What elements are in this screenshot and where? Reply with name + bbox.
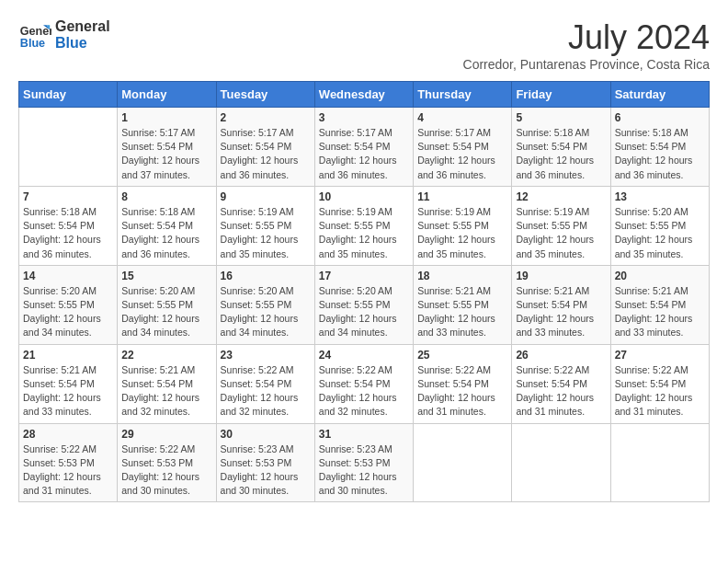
day-header-thursday: Thursday [414, 82, 512, 108]
logo-line1: General [55, 18, 110, 35]
svg-text:Blue: Blue [20, 37, 45, 50]
day-number: 26 [516, 349, 606, 362]
day-info: Sunrise: 5:21 AMSunset: 5:55 PMDaylight:… [417, 284, 507, 340]
calendar-header-row: SundayMondayTuesdayWednesdayThursdayFrid… [19, 82, 710, 108]
calendar-cell: 19Sunrise: 5:21 AMSunset: 5:54 PMDayligh… [512, 265, 610, 344]
calendar-cell: 23Sunrise: 5:22 AMSunset: 5:54 PMDayligh… [216, 344, 314, 423]
day-info: Sunrise: 5:17 AMSunset: 5:54 PMDaylight:… [319, 126, 409, 182]
calendar-cell: 9Sunrise: 5:19 AMSunset: 5:55 PMDaylight… [216, 186, 314, 265]
calendar-cell [414, 423, 512, 502]
calendar-cell: 8Sunrise: 5:18 AMSunset: 5:54 PMDaylight… [118, 186, 216, 265]
day-info: Sunrise: 5:22 AMSunset: 5:54 PMDaylight:… [516, 363, 606, 419]
calendar-cell: 3Sunrise: 5:17 AMSunset: 5:54 PMDaylight… [314, 108, 413, 187]
logo-icon: General Blue [18, 18, 51, 52]
day-number: 25 [417, 349, 507, 362]
calendar-week-3: 14Sunrise: 5:20 AMSunset: 5:55 PMDayligh… [19, 265, 710, 344]
day-number: 11 [417, 190, 507, 203]
day-number: 20 [615, 270, 705, 282]
day-info: Sunrise: 5:21 AMSunset: 5:54 PMDaylight:… [615, 284, 705, 340]
day-header-saturday: Saturday [610, 82, 709, 108]
day-info: Sunrise: 5:17 AMSunset: 5:54 PMDaylight:… [221, 126, 311, 182]
day-number: 5 [516, 111, 606, 124]
day-number: 19 [516, 270, 606, 282]
day-info: Sunrise: 5:19 AMSunset: 5:55 PMDaylight:… [221, 205, 311, 261]
calendar-cell: 29Sunrise: 5:22 AMSunset: 5:53 PMDayligh… [118, 423, 216, 502]
day-number: 4 [417, 111, 507, 124]
calendar-cell: 21Sunrise: 5:21 AMSunset: 5:54 PMDayligh… [19, 344, 118, 423]
day-number: 6 [615, 111, 705, 124]
calendar-cell [610, 423, 709, 502]
day-info: Sunrise: 5:20 AMSunset: 5:55 PMDaylight:… [319, 284, 409, 340]
day-info: Sunrise: 5:22 AMSunset: 5:53 PMDaylight:… [121, 442, 211, 499]
day-header-tuesday: Tuesday [216, 82, 314, 108]
day-info: Sunrise: 5:18 AMSunset: 5:54 PMDaylight:… [23, 205, 113, 261]
day-info: Sunrise: 5:19 AMSunset: 5:55 PMDaylight:… [319, 205, 409, 261]
calendar-cell: 6Sunrise: 5:18 AMSunset: 5:54 PMDaylight… [610, 108, 709, 187]
month-title: July 2024 [463, 18, 710, 57]
day-header-wednesday: Wednesday [314, 82, 413, 108]
day-info: Sunrise: 5:22 AMSunset: 5:54 PMDaylight:… [221, 363, 311, 419]
day-number: 27 [615, 349, 705, 362]
calendar-cell [512, 423, 610, 502]
calendar-cell: 20Sunrise: 5:21 AMSunset: 5:54 PMDayligh… [610, 265, 709, 344]
day-info: Sunrise: 5:17 AMSunset: 5:54 PMDaylight:… [417, 126, 507, 182]
calendar-body: 1Sunrise: 5:17 AMSunset: 5:54 PMDaylight… [19, 108, 710, 502]
day-number: 29 [121, 428, 211, 441]
title-section: July 2024 Corredor, Puntarenas Province,… [463, 18, 710, 72]
day-number: 8 [121, 190, 211, 203]
day-number: 30 [221, 428, 311, 441]
day-info: Sunrise: 5:23 AMSunset: 5:53 PMDaylight:… [221, 442, 311, 499]
day-info: Sunrise: 5:20 AMSunset: 5:55 PMDaylight:… [615, 205, 705, 261]
day-info: Sunrise: 5:18 AMSunset: 5:54 PMDaylight:… [516, 126, 606, 182]
day-number: 1 [121, 111, 211, 124]
day-number: 13 [615, 190, 705, 203]
calendar-cell: 28Sunrise: 5:22 AMSunset: 5:53 PMDayligh… [19, 423, 118, 502]
calendar-cell: 13Sunrise: 5:20 AMSunset: 5:55 PMDayligh… [610, 186, 709, 265]
day-number: 24 [319, 349, 409, 362]
calendar-cell: 4Sunrise: 5:17 AMSunset: 5:54 PMDaylight… [414, 108, 512, 187]
calendar-table: SundayMondayTuesdayWednesdayThursdayFrid… [18, 81, 710, 502]
day-info: Sunrise: 5:23 AMSunset: 5:53 PMDaylight:… [319, 442, 409, 499]
calendar-cell: 12Sunrise: 5:19 AMSunset: 5:55 PMDayligh… [512, 186, 610, 265]
calendar-cell: 24Sunrise: 5:22 AMSunset: 5:54 PMDayligh… [314, 344, 413, 423]
day-number: 14 [23, 270, 113, 282]
logo-line2: Blue [55, 35, 110, 52]
day-number: 23 [221, 349, 311, 362]
calendar-cell: 31Sunrise: 5:23 AMSunset: 5:53 PMDayligh… [314, 423, 413, 502]
day-number: 17 [319, 270, 409, 282]
calendar-cell: 16Sunrise: 5:20 AMSunset: 5:55 PMDayligh… [216, 265, 314, 344]
calendar-cell: 30Sunrise: 5:23 AMSunset: 5:53 PMDayligh… [216, 423, 314, 502]
day-info: Sunrise: 5:19 AMSunset: 5:55 PMDaylight:… [417, 205, 507, 261]
day-info: Sunrise: 5:20 AMSunset: 5:55 PMDaylight:… [221, 284, 311, 340]
calendar-cell: 10Sunrise: 5:19 AMSunset: 5:55 PMDayligh… [314, 186, 413, 265]
calendar-cell: 2Sunrise: 5:17 AMSunset: 5:54 PMDaylight… [216, 108, 314, 187]
day-number: 31 [319, 428, 409, 441]
day-number: 21 [23, 349, 113, 362]
calendar-cell [19, 108, 118, 187]
day-info: Sunrise: 5:22 AMSunset: 5:53 PMDaylight:… [23, 442, 113, 499]
day-number: 9 [221, 190, 311, 203]
day-number: 2 [221, 111, 311, 124]
day-number: 10 [319, 190, 409, 203]
day-number: 18 [417, 270, 507, 282]
day-info: Sunrise: 5:21 AMSunset: 5:54 PMDaylight:… [516, 284, 606, 340]
calendar-week-5: 28Sunrise: 5:22 AMSunset: 5:53 PMDayligh… [19, 423, 710, 502]
calendar-cell: 26Sunrise: 5:22 AMSunset: 5:54 PMDayligh… [512, 344, 610, 423]
location-subtitle: Corredor, Puntarenas Province, Costa Ric… [463, 57, 710, 72]
calendar-cell: 18Sunrise: 5:21 AMSunset: 5:55 PMDayligh… [414, 265, 512, 344]
calendar-cell: 11Sunrise: 5:19 AMSunset: 5:55 PMDayligh… [414, 186, 512, 265]
page-header: General Blue General Blue July 2024 Corr… [18, 18, 710, 72]
day-info: Sunrise: 5:22 AMSunset: 5:54 PMDaylight:… [615, 363, 705, 419]
day-number: 22 [121, 349, 211, 362]
day-info: Sunrise: 5:18 AMSunset: 5:54 PMDaylight:… [121, 205, 211, 261]
day-info: Sunrise: 5:22 AMSunset: 5:54 PMDaylight:… [417, 363, 507, 419]
calendar-cell: 15Sunrise: 5:20 AMSunset: 5:55 PMDayligh… [118, 265, 216, 344]
day-number: 7 [23, 190, 113, 203]
logo: General Blue General Blue [18, 18, 110, 52]
day-info: Sunrise: 5:19 AMSunset: 5:55 PMDaylight:… [516, 205, 606, 261]
day-header-friday: Friday [512, 82, 610, 108]
day-number: 16 [221, 270, 311, 282]
day-header-sunday: Sunday [19, 82, 118, 108]
day-info: Sunrise: 5:18 AMSunset: 5:54 PMDaylight:… [615, 126, 705, 182]
day-number: 28 [23, 428, 113, 441]
